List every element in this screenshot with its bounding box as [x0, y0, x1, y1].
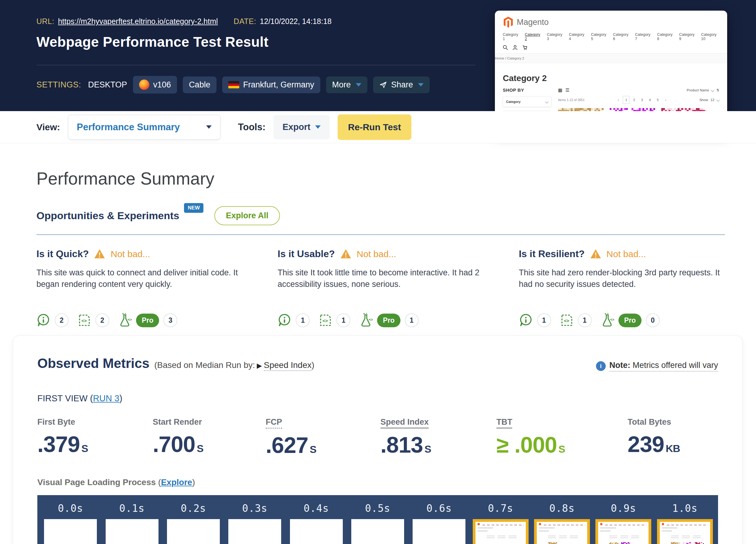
device-type: DESKTOP — [88, 80, 127, 90]
preview-nav-item[interactable]: Category 10 — [701, 32, 719, 41]
filmstrip-thumbnail — [167, 519, 220, 544]
filmstrip-frame[interactable]: 0.5s — [347, 502, 408, 544]
warning-icon — [94, 249, 105, 259]
metrics-row: First Byte .379S Start Render .700S FCP … — [37, 417, 718, 458]
share-label: Share — [391, 80, 413, 90]
preview-nav-item[interactable]: Category 5 — [591, 32, 607, 41]
items-count: Items 1-12 of 2651 — [558, 98, 585, 102]
info-count[interactable]: 1 — [296, 313, 310, 327]
experiment-count[interactable]: 0 — [646, 313, 660, 327]
preview-page-button[interactable]: 5 — [654, 96, 661, 104]
filmstrip-time: 1.0s — [672, 502, 697, 514]
preview-page-button[interactable]: ‹ — [615, 96, 621, 104]
preview-nav-item[interactable]: Category 3 — [547, 32, 563, 41]
preview-nav-item[interactable]: Category 8 — [657, 32, 673, 41]
card-verdict: Not bad... — [111, 249, 150, 259]
preview-breadcrumb: Home / Category 2 — [495, 54, 727, 63]
metric-start-render: Start Render .700S — [153, 417, 266, 458]
code-count[interactable]: 1 — [336, 313, 350, 327]
account-icon — [513, 45, 518, 50]
filmstrip-thumbnail — [657, 519, 713, 544]
filmstrip-time: 0.4s — [304, 502, 329, 514]
filmstrip-frame[interactable]: 0.4s — [285, 502, 347, 544]
preview-nav-item[interactable]: Category 1 — [503, 32, 519, 41]
rerun-test-button[interactable]: Re-Run Test — [338, 114, 411, 140]
speed-index-link[interactable]: Speed Index — [264, 360, 312, 371]
tools-label: Tools: — [238, 122, 266, 133]
section-title: Performance Summary — [36, 168, 725, 189]
view-select[interactable]: Performance Summary — [68, 115, 220, 140]
tested-url-link[interactable]: https://m2hyvaperftest.eltrino.io/catego… — [58, 17, 218, 26]
explore-all-button[interactable]: Explore All — [214, 206, 280, 225]
preview-page-button[interactable]: 4 — [646, 96, 653, 104]
filmstrip-frame[interactable]: 0.2s — [163, 502, 224, 544]
chevron-down-icon — [716, 98, 720, 101]
info-bubble-icon — [278, 313, 291, 327]
magento-brand-text: Magento — [517, 18, 549, 27]
observed-metrics-card: Observed Metrics (Based on Median Run by… — [13, 335, 743, 544]
code-count[interactable]: 1 — [578, 313, 592, 327]
filmstrip-time: 0.1s — [119, 502, 145, 514]
info-bubble-icon — [36, 313, 50, 327]
pro-badge: Pro — [136, 314, 159, 327]
filmstrip-frame[interactable]: 0.7s — [470, 502, 531, 544]
filmstrip-frame[interactable]: 0.9s — [593, 502, 654, 544]
section-divider — [36, 234, 725, 235]
card-question: Is it Usable? — [278, 248, 335, 260]
url-label: URL: — [36, 17, 54, 26]
chevron-down-icon — [356, 83, 361, 87]
card-question: Is it Quick? — [36, 248, 89, 260]
settings-label: SETTINGS: — [36, 80, 81, 90]
metrics-note[interactable]: i Note: Metrics offered will vary — [596, 361, 718, 372]
preview-nav-item[interactable]: Category 2 — [525, 32, 541, 41]
info-count[interactable]: 1 — [537, 313, 551, 327]
filmstrip-frame[interactable]: 0.8s — [531, 502, 593, 544]
filmstrip-frame[interactable]: 0.3s — [224, 502, 285, 544]
code-count[interactable]: 2 — [95, 313, 109, 327]
info-count[interactable]: 2 — [55, 313, 69, 327]
view-label: View: — [36, 122, 60, 132]
filmstrip-time: 0.5s — [365, 502, 390, 514]
filmstrip-time: 0.7s — [488, 502, 513, 514]
preview-page-button[interactable]: › — [662, 96, 669, 104]
mini-product-image — [671, 542, 680, 544]
filmstrip-time: 0.2s — [181, 502, 206, 514]
filmstrip-thumbnail — [595, 519, 651, 544]
experiment-count[interactable]: 3 — [163, 313, 177, 327]
header-divider — [36, 65, 475, 65]
pro-badge: Pro — [377, 314, 400, 327]
card-description: This site was quick to connect and deliv… — [36, 267, 243, 303]
share-button[interactable]: Share — [373, 77, 430, 93]
chevron-down-icon — [315, 125, 321, 129]
preview-nav-item[interactable]: Category 9 — [679, 32, 696, 41]
explore-link[interactable]: Explore — [161, 478, 192, 487]
warning-icon — [340, 249, 351, 259]
filmstrip-frame[interactable]: 0.1s — [101, 502, 162, 544]
preview-page-button[interactable]: 3 — [639, 96, 645, 104]
filmstrip-frame[interactable]: 0.0s — [40, 502, 101, 544]
view-toolbar: View: Performance Summary Tools: Export … — [0, 111, 756, 143]
germany-flag-icon — [228, 81, 239, 89]
preview-page-button[interactable]: 2 — [631, 96, 637, 104]
firefox-icon — [139, 80, 149, 90]
preview-nav-item[interactable]: Category 4 — [569, 32, 585, 41]
preview-page-button[interactable]: 1 — [623, 96, 629, 104]
run-link[interactable]: RUN 3 — [93, 393, 119, 403]
experiment-flask-icon: <> — [118, 313, 132, 328]
more-button[interactable]: More — [326, 77, 368, 93]
experiment-flask-icon: <> — [601, 313, 614, 328]
more-label: More — [332, 80, 351, 90]
browser-badge: v106 — [133, 76, 177, 93]
preview-category-title: Category 2 — [503, 73, 719, 83]
filmstrip-frame[interactable]: 1.0s — [654, 502, 716, 544]
experiment-count[interactable]: 1 — [405, 313, 419, 327]
export-button[interactable]: Export — [274, 115, 330, 139]
shop-by-label: SHOP BY — [503, 87, 551, 93]
code-file-icon: <> — [319, 313, 332, 327]
mini-product-image — [621, 542, 630, 544]
filmstrip-frame[interactable]: 0.6s — [408, 502, 470, 544]
warning-icon — [590, 249, 601, 259]
preview-nav-item[interactable]: Category 7 — [635, 32, 652, 41]
magento-logo-icon — [503, 16, 514, 28]
preview-nav-item[interactable]: Category 6 — [613, 32, 629, 41]
